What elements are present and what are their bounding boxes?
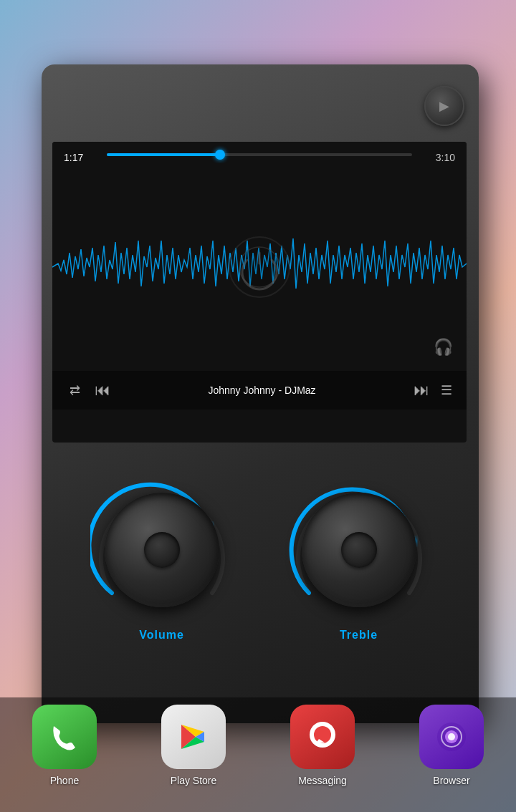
playstore-icon xyxy=(161,705,226,769)
treble-knob-outer[interactable] xyxy=(287,478,431,622)
messaging-icon xyxy=(290,705,355,769)
knobs-area: Volume xyxy=(42,464,479,656)
treble-knob-dot xyxy=(341,532,377,568)
device-shell: 1:17 3:10 xyxy=(42,64,479,723)
volume-label: Volume xyxy=(139,629,184,642)
phone-label: Phone xyxy=(50,775,79,786)
next-button[interactable]: ⏭ xyxy=(406,381,436,400)
progress-thumb xyxy=(215,150,225,160)
progress-bar-area: 1:17 3:10 xyxy=(52,142,467,163)
volume-knob-dot xyxy=(144,532,180,568)
progress-fill xyxy=(107,153,220,156)
menu-button[interactable]: ☰ xyxy=(436,382,457,398)
svg-point-11 xyxy=(314,726,331,743)
next-button-top[interactable] xyxy=(424,86,464,126)
volume-knob-outer[interactable] xyxy=(90,478,234,622)
dock-item-phone[interactable]: Phone xyxy=(11,705,118,786)
treble-knob-body xyxy=(302,493,416,607)
browser-label: Browser xyxy=(433,775,469,786)
treble-knob-container: Treble xyxy=(287,478,431,642)
progress-track[interactable] xyxy=(107,153,412,156)
shuffle-button[interactable]: ⇄ xyxy=(62,382,87,398)
bottom-dock: Phone Play Store Messaging xyxy=(0,697,516,812)
waveform-svg xyxy=(52,163,467,371)
time-end: 3:10 xyxy=(436,152,455,163)
svg-point-16 xyxy=(448,733,455,740)
dock-item-messaging[interactable]: Messaging xyxy=(269,705,376,786)
track-name: Johnny Johnny - DJMaz xyxy=(118,385,406,396)
dock-item-browser[interactable]: Browser xyxy=(398,705,505,786)
volume-knob-body xyxy=(105,493,219,607)
prev-button[interactable]: ⏮ xyxy=(87,381,118,400)
waveform-area: 🎧 xyxy=(52,163,467,371)
headphone-icon: 🎧 xyxy=(434,338,457,361)
volume-knob-container: Volume xyxy=(90,478,234,642)
playstore-label: Play Store xyxy=(171,775,217,786)
messaging-label: Messaging xyxy=(298,775,347,786)
phone-icon xyxy=(32,705,97,769)
controls-bar: ⇄ ⏮ Johnny Johnny - DJMaz ⏭ ☰ xyxy=(52,371,467,410)
treble-label: Treble xyxy=(340,629,378,642)
dock-item-playstore[interactable]: Play Store xyxy=(140,705,247,786)
player-screen: 1:17 3:10 xyxy=(52,142,467,443)
browser-icon xyxy=(419,705,484,769)
time-start: 1:17 xyxy=(64,152,83,163)
